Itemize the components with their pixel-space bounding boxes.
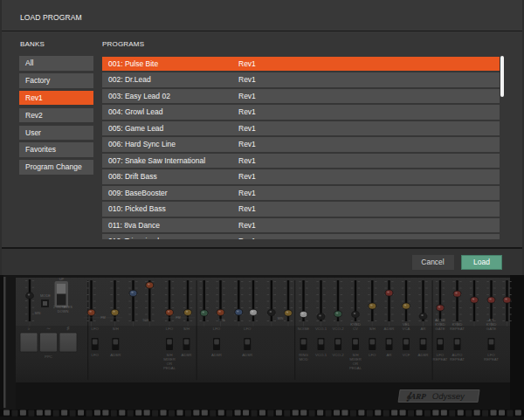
svg-text:MODE: MODE: [40, 293, 51, 298]
svg-text:50%: 50%: [142, 319, 149, 322]
svg-text:Odyssey: Odyssey: [431, 391, 465, 401]
svg-text:MIN: MIN: [35, 312, 41, 315]
svg-text:UP: UP: [59, 277, 65, 281]
svg-text:FM: FM: [100, 316, 105, 320]
svg-text:DOWN: DOWN: [58, 309, 69, 313]
svg-text:50%: 50%: [218, 319, 225, 322]
svg-text:MIN: MIN: [278, 317, 284, 320]
svg-text:FM: FM: [176, 316, 180, 320]
svg-text:𝄞ARP: 𝄞ARP: [405, 391, 427, 402]
